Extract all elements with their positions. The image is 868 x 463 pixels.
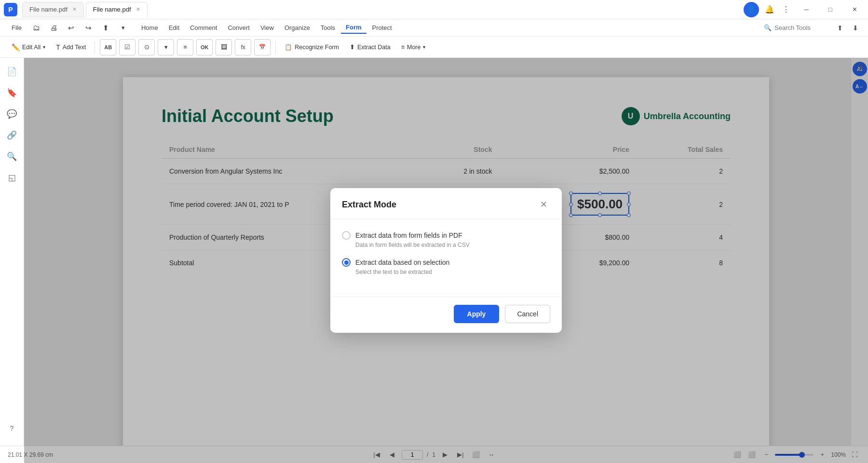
toolbar-divider-2: [275, 41, 276, 53]
menu-organize[interactable]: Organize: [280, 22, 315, 33]
sidebar-link-icon[interactable]: 🔗: [3, 126, 21, 144]
cancel-button[interactable]: Cancel: [505, 305, 550, 323]
modal-close-button[interactable]: ✕: [537, 198, 550, 211]
tab-2-close[interactable]: ✕: [136, 6, 140, 13]
menu-edit[interactable]: Edit: [164, 22, 184, 33]
edit-all-button[interactable]: ✏️ Edit All ▾: [8, 41, 49, 53]
close-button[interactable]: ✕: [845, 0, 864, 19]
menu-home[interactable]: Home: [136, 22, 163, 33]
list-icon[interactable]: ≡: [177, 39, 193, 55]
modal-overlay: Extract Mode ✕ Extract data from form fi…: [24, 58, 868, 463]
menu-tools[interactable]: Tools: [316, 22, 340, 33]
radio-option-2: Extract data based on selection Select t…: [342, 258, 550, 275]
ok-icon[interactable]: OK: [196, 39, 213, 55]
recognize-form-label: Recognize Form: [295, 44, 339, 51]
more-dropdown-icon: ▾: [423, 44, 425, 50]
modal-header: Extract Mode ✕: [330, 188, 562, 219]
radio-circle-1[interactable]: [342, 231, 351, 240]
menubar: File 🗂 🖨 ↩ ↪ ⬆ ▾ Home Edit Comment Conve…: [0, 19, 868, 37]
search-tools-area: 🔍: [764, 24, 832, 31]
checkbox-icon[interactable]: ☑: [119, 39, 136, 55]
extract-mode-modal: Extract Mode ✕ Extract data from form fi…: [330, 188, 562, 333]
dropdown-field-icon[interactable]: ▾: [158, 39, 174, 55]
more-icon: ≡: [401, 44, 405, 51]
upload-icon[interactable]: ⬆: [833, 21, 847, 35]
text-field-icon[interactable]: AB: [100, 39, 116, 55]
edit-all-label: Edit All: [22, 44, 41, 51]
tab-1-label: File name.pdf: [29, 6, 68, 13]
notification-icon[interactable]: 🔔: [764, 4, 775, 15]
search-tools-input[interactable]: [774, 24, 832, 31]
tab-1[interactable]: File name.pdf ✕: [22, 2, 84, 17]
tab-2[interactable]: File name.pdf ✕: [86, 2, 148, 17]
menu-form[interactable]: Form: [341, 22, 366, 34]
redo-icon[interactable]: ↪: [81, 20, 97, 36]
modal-title: Extract Mode: [342, 200, 396, 210]
dropdown-icon[interactable]: ▾: [115, 20, 132, 36]
add-text-label: Add Text: [63, 44, 86, 51]
print-icon[interactable]: 🖨: [46, 20, 62, 36]
main-content: Initial Account Setup U Umbrella Account…: [24, 58, 868, 463]
recognize-form-button[interactable]: 📋 Recognize Form: [281, 41, 343, 53]
apply-button[interactable]: Apply: [454, 305, 500, 323]
edit-icon: ✏️: [12, 43, 20, 51]
radio-circle-2[interactable]: [342, 258, 351, 267]
extract-data-label: Extract Data: [357, 44, 391, 51]
file-menu[interactable]: File: [6, 18, 27, 38]
maximize-button[interactable]: □: [821, 0, 840, 19]
radio-sublabel-1: Data in form fields will be extracted in…: [355, 242, 550, 248]
titlebar: P File name.pdf ✕ File name.pdf ✕ 👤 🔔 ⋮ …: [0, 0, 868, 19]
file-menu-label: File: [12, 24, 22, 31]
menu-protect[interactable]: Protect: [367, 22, 397, 33]
date-icon[interactable]: 📅: [254, 39, 271, 55]
radio-sublabel-2: Select the text to be extracted: [355, 269, 550, 275]
download-icon[interactable]: ⬇: [849, 21, 862, 35]
left-sidebar: 📄 🔖 💬 🔗 🔍 ◱ ? ◀: [0, 58, 24, 463]
extract-data-icon: ⬆: [350, 43, 355, 51]
recognize-form-icon: 📋: [285, 43, 292, 51]
edit-all-dropdown-icon: ▾: [43, 44, 45, 50]
minimize-button[interactable]: ─: [797, 0, 816, 19]
more-button[interactable]: ≡ More ▾: [397, 42, 430, 53]
share-icon[interactable]: ⬆: [98, 20, 114, 36]
modal-footer: Apply Cancel: [330, 297, 562, 333]
sidebar-layers-icon[interactable]: ◱: [3, 169, 21, 186]
radio-icon[interactable]: ⊙: [138, 39, 155, 55]
formula-icon[interactable]: fx: [235, 39, 251, 55]
add-text-button[interactable]: T Add Text: [52, 41, 90, 53]
extract-data-button[interactable]: ⬆ Extract Data: [346, 41, 394, 53]
radio-row-1[interactable]: Extract data from form fields in PDF: [342, 231, 550, 240]
add-text-icon: T: [56, 43, 60, 51]
menu-convert[interactable]: Convert: [223, 22, 255, 33]
tab-1-close[interactable]: ✕: [72, 6, 77, 13]
tab-2-label: File name.pdf: [93, 6, 131, 13]
modal-body: Extract data from form fields in PDF Dat…: [330, 219, 562, 297]
toolbar-divider-1: [95, 41, 95, 53]
more-label: More: [407, 44, 420, 51]
sidebar-help-icon[interactable]: ?: [3, 420, 21, 437]
image-icon[interactable]: 🖼: [216, 39, 232, 55]
app-icon: P: [4, 3, 17, 16]
sidebar-search-icon[interactable]: 🔍: [3, 148, 21, 165]
undo-icon[interactable]: ↩: [63, 20, 80, 36]
sidebar-bookmark-icon[interactable]: 🔖: [3, 84, 21, 101]
user-avatar[interactable]: 👤: [744, 2, 759, 17]
toolbar: ✏️ Edit All ▾ T Add Text AB ☑ ⊙ ▾ ≡ OK 🖼…: [0, 37, 868, 58]
menu-view[interactable]: View: [256, 22, 279, 33]
open-icon[interactable]: 🗂: [28, 20, 45, 36]
main-layout: 📄 🔖 💬 🔗 🔍 ◱ ? ◀ Initial Account Setup U …: [0, 58, 868, 463]
radio-label-1: Extract data from form fields in PDF: [355, 232, 462, 239]
radio-label-2: Extract data based on selection: [355, 259, 449, 266]
menu-comment[interactable]: Comment: [185, 22, 222, 33]
search-icon: 🔍: [764, 24, 772, 31]
sidebar-page-icon[interactable]: 📄: [3, 63, 21, 80]
more-options-icon[interactable]: ⋮: [780, 4, 792, 15]
radio-row-2[interactable]: Extract data based on selection: [342, 258, 550, 267]
sidebar-comment-icon[interactable]: 💬: [3, 105, 21, 123]
radio-option-1: Extract data from form fields in PDF Dat…: [342, 231, 550, 248]
